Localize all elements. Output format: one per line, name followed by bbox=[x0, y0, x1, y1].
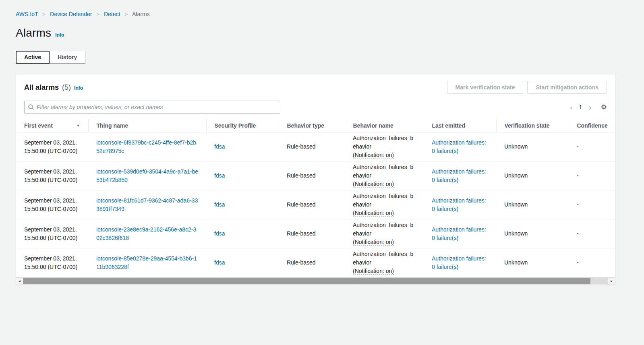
last-emitted-link[interactable]: Authorization failures: 0 failure(s) bbox=[432, 255, 486, 270]
security-profile-cell: fdsa bbox=[206, 161, 279, 190]
filter-alarms-input[interactable] bbox=[37, 104, 277, 110]
alarm-tabs: Active History bbox=[16, 51, 644, 64]
last-emitted-cell: Authorization failures: 0 failure(s) bbox=[424, 132, 496, 161]
table-row: September 03, 2021, 15:50:00 (UTC-0700) … bbox=[16, 190, 616, 219]
behavior-type-cell: Rule-based bbox=[279, 190, 345, 219]
breadcrumb-link-detect[interactable]: Detect bbox=[104, 11, 120, 17]
security-profile-link[interactable]: fdsa bbox=[214, 230, 225, 237]
column-header-behavior-type[interactable]: Behavior type bbox=[279, 119, 345, 132]
thing-name-link[interactable]: iotconsole-6f8379bc-c245-4ffe-8ef7-b2b52… bbox=[96, 139, 196, 154]
security-profile-cell: fdsa bbox=[206, 190, 279, 219]
notification-status-text[interactable]: (Notification: on) bbox=[353, 152, 394, 159]
panel-info-link[interactable]: Info bbox=[74, 85, 83, 91]
last-emitted-link[interactable]: Authorization failures: 0 failure(s) bbox=[432, 139, 486, 154]
table-row: September 03, 2021, 15:50:00 (UTC-0700) … bbox=[16, 248, 616, 277]
security-profile-link[interactable]: fdsa bbox=[214, 201, 225, 208]
breadcrumb-current: Alarms bbox=[132, 11, 150, 17]
table-row: September 03, 2021, 15:50:00 (UTC-0700) … bbox=[16, 132, 616, 161]
notification-status-text[interactable]: (Notification: on) bbox=[353, 181, 394, 188]
all-alarms-panel: All alarms (5) Info Mark verification st… bbox=[16, 74, 615, 285]
filter-box bbox=[24, 101, 280, 114]
last-emitted-link[interactable]: Authorization failures: 0 failure(s) bbox=[432, 168, 486, 183]
breadcrumb-link-aws-iot[interactable]: AWS IoT bbox=[16, 11, 38, 17]
search-icon bbox=[28, 104, 34, 110]
thing-name-link[interactable]: iotconsole-81fc61d7-9362-4c87-ada6-33389… bbox=[96, 197, 198, 212]
breadcrumb-link-device-defender[interactable]: Device Defender bbox=[50, 11, 92, 17]
security-profile-link[interactable]: fdsa bbox=[214, 172, 225, 179]
behavior-name-text: Authorization_failures_behavior bbox=[353, 222, 413, 237]
title-row: Alarms Info bbox=[16, 27, 644, 39]
notification-status-text[interactable]: (Notification: on) bbox=[353, 239, 394, 246]
behavior-name-text: Authorization_failures_behavior bbox=[353, 164, 413, 179]
panel-title: All alarms bbox=[24, 83, 59, 92]
table-row: September 03, 2021, 15:50:00 (UTC-0700) … bbox=[16, 161, 616, 190]
thing-name-link[interactable]: iotconsole-539d0ef0-3504-4a9c-a7a1-be53b… bbox=[96, 168, 198, 183]
first-event-cell: September 03, 2021, 15:50:00 (UTC-0700) bbox=[16, 161, 88, 190]
breadcrumb-separator-icon: > bbox=[124, 11, 128, 17]
column-header-thing-name[interactable]: Thing name bbox=[88, 119, 206, 132]
column-header-confidence[interactable]: Confidence bbox=[569, 119, 616, 132]
breadcrumb-separator-icon: > bbox=[43, 11, 46, 17]
scroll-left-icon[interactable]: ◄ bbox=[16, 278, 23, 284]
behavior-name-cell: Authorization_failures_behavior (Notific… bbox=[345, 248, 424, 277]
scrollbar-thumb[interactable] bbox=[23, 278, 590, 284]
last-emitted-cell: Authorization failures: 0 failure(s) bbox=[424, 219, 496, 248]
column-header-label: First event bbox=[24, 122, 53, 129]
scrollbar-track[interactable] bbox=[23, 278, 608, 284]
last-emitted-link[interactable]: Authorization failures: 0 failure(s) bbox=[432, 226, 486, 241]
sort-descending-icon: ▼ bbox=[77, 124, 80, 128]
thing-name-link[interactable]: iotconsole-85e0278e-29aa-4554-b3b6-111b9… bbox=[96, 255, 197, 270]
page-info-link[interactable]: Info bbox=[55, 32, 64, 38]
next-page-button[interactable]: › bbox=[588, 103, 592, 111]
breadcrumb-separator-icon: > bbox=[96, 11, 99, 17]
page: AWS IoT > Device Defender > Detect > Ala… bbox=[0, 0, 644, 285]
confidence-cell: - bbox=[569, 132, 616, 161]
tab-history[interactable]: History bbox=[49, 51, 85, 64]
thing-name-link[interactable]: iotconsole-23e8ec9a-2162-456e-a8c2-302c3… bbox=[96, 226, 196, 241]
behavior-name-cell: Authorization_failures_behavior (Notific… bbox=[345, 219, 424, 248]
security-profile-cell: fdsa bbox=[206, 219, 279, 248]
security-profile-cell: fdsa bbox=[206, 248, 279, 277]
thing-name-cell: iotconsole-539d0ef0-3504-4a9c-a7a1-be53b… bbox=[88, 161, 206, 190]
column-header-security-profile[interactable]: Security Profile bbox=[206, 119, 279, 132]
confidence-cell: - bbox=[569, 248, 616, 277]
verification-state-cell: Unknown bbox=[496, 219, 569, 248]
behavior-type-cell: Rule-based bbox=[279, 248, 345, 277]
behavior-name-text: Authorization_failures_behavior bbox=[353, 193, 413, 208]
start-mitigation-actions-button[interactable]: Start mitigation actions bbox=[527, 81, 607, 94]
column-header-first-event[interactable]: First event ▼ bbox=[16, 119, 88, 132]
first-event-cell: September 03, 2021, 15:50:00 (UTC-0700) bbox=[16, 248, 88, 277]
table-controls: ‹ 1 › ⚙ bbox=[16, 96, 615, 119]
confidence-cell: - bbox=[569, 190, 616, 219]
thing-name-cell: iotconsole-23e8ec9a-2162-456e-a8c2-302c3… bbox=[88, 219, 206, 248]
confidence-cell: - bbox=[569, 161, 616, 190]
scroll-right-icon[interactable]: ► bbox=[608, 278, 615, 284]
column-header-verification-state[interactable]: Verification state bbox=[496, 119, 569, 132]
notification-status-text[interactable]: (Notification: on) bbox=[353, 268, 394, 275]
mark-verification-state-button[interactable]: Mark verification state bbox=[447, 81, 524, 94]
column-header-last-emitted[interactable]: Last emitted bbox=[424, 119, 496, 132]
confidence-cell: - bbox=[569, 219, 616, 248]
alarms-table: First event ▼ Thing name Security Profil… bbox=[16, 119, 616, 277]
last-emitted-cell: Authorization failures: 0 failure(s) bbox=[424, 190, 496, 219]
last-emitted-cell: Authorization failures: 0 failure(s) bbox=[424, 161, 496, 190]
panel-header: All alarms (5) Info Mark verification st… bbox=[16, 74, 615, 96]
table-header-row: First event ▼ Thing name Security Profil… bbox=[16, 119, 616, 132]
column-header-behavior-name[interactable]: Behavior name bbox=[345, 119, 424, 132]
behavior-name-text: Authorization_failures_behavior bbox=[353, 251, 413, 266]
previous-page-button[interactable]: ‹ bbox=[569, 103, 573, 111]
page-number-button[interactable]: 1 bbox=[579, 104, 582, 110]
thing-name-cell: iotconsole-85e0278e-29aa-4554-b3b6-111b9… bbox=[88, 248, 206, 277]
page-title: Alarms bbox=[16, 27, 51, 39]
behavior-name-text: Authorization_failures_behavior bbox=[353, 135, 413, 150]
notification-status-text[interactable]: (Notification: on) bbox=[353, 210, 394, 217]
security-profile-link[interactable]: fdsa bbox=[214, 259, 225, 266]
tab-active[interactable]: Active bbox=[16, 51, 50, 64]
last-emitted-link[interactable]: Authorization failures: 0 failure(s) bbox=[432, 197, 486, 212]
behavior-type-cell: Rule-based bbox=[279, 132, 345, 161]
settings-gear-icon[interactable]: ⚙ bbox=[601, 104, 607, 111]
behavior-type-cell: Rule-based bbox=[279, 219, 345, 248]
security-profile-link[interactable]: fdsa bbox=[214, 143, 225, 150]
first-event-cell: September 03, 2021, 15:50:00 (UTC-0700) bbox=[16, 132, 88, 161]
verification-state-cell: Unknown bbox=[496, 190, 569, 219]
